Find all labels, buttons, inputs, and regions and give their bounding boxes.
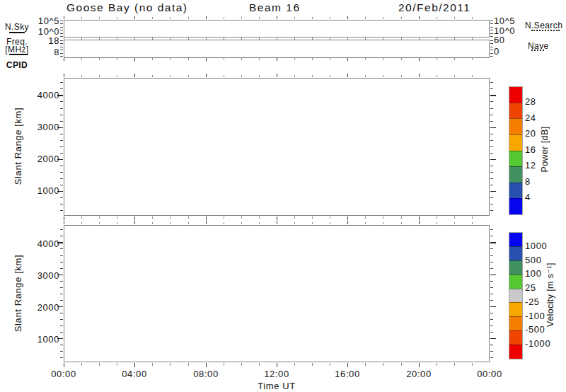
power-ytick-3000: 3000 (27, 122, 59, 132)
power-right-major-ticks (490, 78, 496, 216)
page-title: Goose Bay (no data) (67, 1, 188, 14)
freq-strip-right-ticks (490, 40, 493, 57)
freq-solid-line-key (9, 54, 28, 55)
freq-left-tick-bottom: 8 (27, 47, 59, 57)
xtick-0400: 04:00 (115, 369, 154, 379)
power-cb-tick-28: 28 (525, 96, 536, 107)
velocity-colorbar-segment (509, 289, 522, 303)
power-panel (64, 78, 490, 216)
power-colorbar-title: Power [dB] (540, 114, 550, 185)
freq-right-tick-bottom: 0 (494, 46, 499, 57)
xtick-2000: 20:00 (399, 369, 439, 379)
noise-strip-left-ticks (60, 21, 63, 37)
power-colorbar-segment (509, 183, 522, 199)
velocity-ytick-4000: 4000 (27, 238, 59, 249)
xtick-1600: 16:00 (328, 369, 367, 379)
freq-strip-left-ticks (60, 40, 63, 57)
velocity-colorbar-title: Velocity [m s⁻¹] (545, 246, 555, 345)
superdarn-summary-plot: Goose Bay (no data) Beam 16 20/Feb/2011 … (0, 0, 566, 392)
noise-strip-bottom-minor-ticks (64, 38, 490, 40)
nsky-solid-line-key (9, 32, 25, 33)
velocity-y-axis-title: Slant Range [km] (13, 237, 23, 350)
power-colorbar (509, 86, 523, 215)
power-colorbar-segment (509, 134, 522, 151)
velocity-cb-tick-neg25: -25 (525, 296, 540, 307)
power-colorbar-segment (509, 151, 522, 167)
bottom-axis-major-ticks (64, 363, 490, 367)
velocity-colorbar-segment (509, 345, 522, 359)
xtick-0000: 00:00 (44, 369, 83, 379)
beam-label: Beam 16 (249, 1, 301, 14)
velocity-colorbar-segment (509, 233, 522, 246)
x-axis-title: Time UT (234, 381, 319, 391)
velocity-ytick-3000: 3000 (27, 270, 59, 281)
date-label: 20/Feb/2011 (398, 1, 470, 14)
freq-strip-bottom-major-ticks (64, 58, 490, 61)
freq-right-tick-top: 60 (494, 35, 505, 45)
power-ytick-4000: 4000 (27, 90, 59, 100)
cpid-label: CPID (1, 60, 33, 70)
velocity-colorbar-segment (509, 246, 522, 260)
velocity-cb-tick-100: 100 (525, 268, 542, 279)
velocity-ytick-2000: 2000 (27, 302, 59, 313)
power-cb-tick-4: 4 (525, 192, 531, 202)
velocity-cb-tick-500: 500 (525, 255, 542, 265)
power-panel-top-major-ticks (64, 74, 490, 77)
power-cb-tick-12: 12 (525, 160, 536, 171)
velocity-cb-tick-neg500: -500 (525, 324, 545, 335)
velocity-panel-top-major-ticks (64, 221, 490, 224)
velocity-colorbar-segment (509, 316, 522, 330)
velocity-right-major-ticks (490, 225, 496, 362)
velocity-ytick-1000: 1000 (27, 334, 59, 345)
xtick-0800: 08:00 (186, 369, 226, 379)
power-colorbar-segment (509, 166, 522, 183)
velocity-panel (64, 225, 490, 362)
noise-right-tick-top: 10^5 (494, 16, 515, 26)
velocity-colorbar-segment (509, 260, 522, 275)
power-colorbar-segment (509, 103, 522, 119)
power-y-axis-title: Slant Range [km] (13, 90, 23, 203)
power-cb-tick-20: 20 (525, 128, 536, 139)
velocity-colorbar (509, 232, 523, 359)
xtick-1200: 12:00 (257, 369, 296, 379)
velocity-colorbar-segment (509, 330, 522, 345)
power-colorbar-segment (509, 198, 522, 214)
power-ytick-1000: 1000 (27, 185, 59, 196)
velocity-colorbar-segment (509, 275, 522, 289)
power-cb-tick-16: 16 (525, 144, 536, 155)
xtick-2400: 00:00 (470, 369, 509, 379)
freq-strip-panel (64, 40, 490, 58)
nsearch-legend-label: N.Search (525, 21, 562, 30)
power-colorbar-segment (509, 87, 522, 103)
noise-strip-panel (64, 20, 490, 38)
power-cb-tick-24: 24 (525, 113, 536, 123)
velocity-colorbar-segment (509, 302, 522, 316)
power-cb-tick-8: 8 (525, 176, 531, 187)
power-panel-bottom-major-ticks (64, 217, 490, 220)
power-ytick-2000: 2000 (27, 154, 59, 164)
noise-strip-right-ticks (490, 21, 493, 37)
nave-dotted-line-key (531, 50, 544, 51)
nsearch-dotted-line-key (531, 30, 560, 31)
velocity-cb-tick-neg100: -100 (525, 311, 545, 321)
freq-left-tick-top: 18 (27, 35, 59, 46)
velocity-cb-tick-25: 25 (525, 282, 536, 293)
noise-left-tick-top: 10^5 (27, 16, 59, 26)
noise-strip-top-major-ticks (64, 16, 490, 19)
power-colorbar-segment (509, 118, 522, 134)
